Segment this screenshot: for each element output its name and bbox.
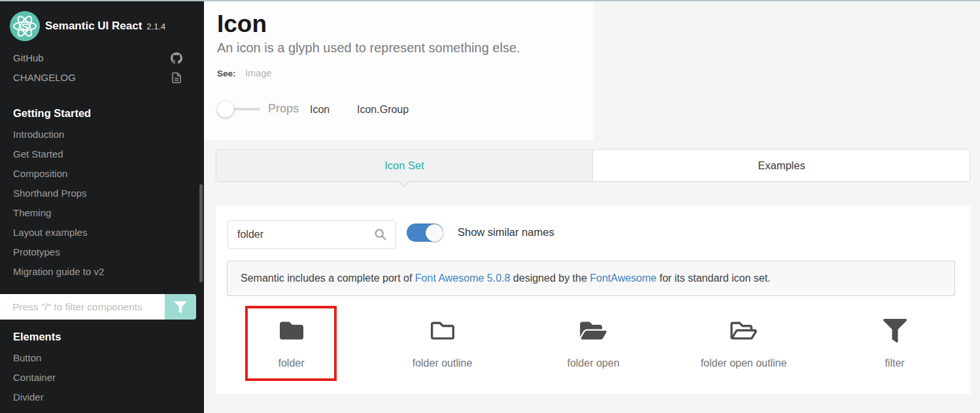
see-link-image[interactable]: Image — [245, 68, 271, 78]
sidebar: S Semantic UI React2.1.4 GitHub CHANGELO… — [0, 1, 204, 413]
icon-result-label: folder open — [518, 357, 669, 369]
prop-link-icon[interactable]: Icon — [310, 104, 329, 116]
sidebar-item-introduction[interactable]: Introduction — [0, 127, 204, 142]
app-title[interactable]: Semantic UI React2.1.4 — [45, 20, 165, 33]
props-label[interactable]: Props — [268, 102, 299, 116]
funnel-icon — [175, 301, 186, 313]
search-icon — [374, 228, 387, 241]
tab-examples[interactable]: Examples — [594, 150, 970, 181]
icon-result-filter[interactable]: filter — [819, 307, 970, 380]
sidebar-item-button[interactable]: Button — [0, 351, 204, 365]
sidebar-item-theming[interactable]: Theming — [0, 206, 204, 220]
sidebar-item-migration-guide[interactable]: Migration guide to v2 — [0, 265, 204, 279]
file-text-icon — [171, 72, 182, 84]
icon-result-folder-open[interactable]: folder open — [518, 307, 669, 380]
svg-text:S: S — [22, 21, 28, 32]
github-icon — [171, 52, 182, 64]
show-similar-names-toggle[interactable] — [407, 223, 443, 242]
page-title: Icon — [217, 10, 267, 38]
sidebar-scrollbar-thumb[interactable] — [199, 184, 203, 282]
icon-search-input[interactable] — [228, 220, 396, 249]
prop-link-icon-group[interactable]: Icon.Group — [357, 104, 409, 116]
icon-result-folder[interactable]: folder — [216, 307, 367, 380]
font-awesome-message: Semantic includes a complete port of Fon… — [227, 261, 955, 296]
folder-open-icon — [518, 319, 669, 344]
sidebar-item-container[interactable]: Container — [0, 371, 204, 385]
component-filter-input[interactable] — [0, 294, 166, 320]
component-filter-button[interactable] — [165, 294, 196, 320]
icon-result-label: folder — [216, 357, 367, 369]
app-logo-icon[interactable]: S — [10, 11, 40, 41]
sidebar-item-layout-examples[interactable]: Layout examples — [0, 225, 204, 240]
font-awesome-version-link[interactable]: Font Awesome 5.0.8 — [415, 273, 511, 284]
icon-result-label: folder open outline — [668, 357, 819, 369]
sidebar-item-shorthand-props[interactable]: Shorthand Props — [0, 186, 204, 201]
tab-menu: Icon Set Examples — [216, 149, 970, 182]
folder-icon — [216, 319, 367, 344]
sidebar-item-composition[interactable]: Composition — [0, 167, 204, 181]
sidebar-section-getting-started: Getting Started — [13, 106, 91, 120]
font-awesome-brand-link[interactable]: FontAwesome — [590, 273, 656, 284]
toggle-knob[interactable] — [426, 224, 443, 242]
sidebar-section-elements: Elements — [13, 329, 61, 344]
folder-outline-icon — [367, 319, 518, 344]
icon-result-folder-outline[interactable]: folder outline — [367, 307, 518, 380]
icon-search — [228, 220, 396, 249]
sidebar-item-get-started[interactable]: Get Started — [0, 147, 204, 161]
filter-icon — [819, 319, 970, 344]
page-subtitle: An icon is a glyph used to represent som… — [217, 41, 520, 56]
sidebar-link-github[interactable]: GitHub — [0, 50, 204, 66]
slider-knob[interactable] — [217, 101, 234, 118]
sidebar-item-divider[interactable]: Divider — [0, 390, 204, 405]
component-filter — [0, 294, 196, 320]
sidebar-item-prototypes[interactable]: Prototypes — [0, 245, 204, 259]
icon-result-folder-open-outline[interactable]: folder open outline — [668, 307, 819, 380]
sidebar-link-changelog[interactable]: CHANGELOG — [0, 70, 204, 86]
see-label: See: — [217, 69, 236, 78]
show-similar-names-label: Show similar names — [458, 226, 554, 239]
props-slider-toggle[interactable] — [217, 101, 263, 118]
icon-result-label: folder outline — [367, 357, 518, 369]
folder-open-outline-icon — [668, 319, 819, 344]
page: S Semantic UI React2.1.4 GitHub CHANGELO… — [0, 0, 980, 413]
app-version: 2.1.4 — [146, 22, 165, 31]
icon-result-label: filter — [819, 357, 970, 369]
